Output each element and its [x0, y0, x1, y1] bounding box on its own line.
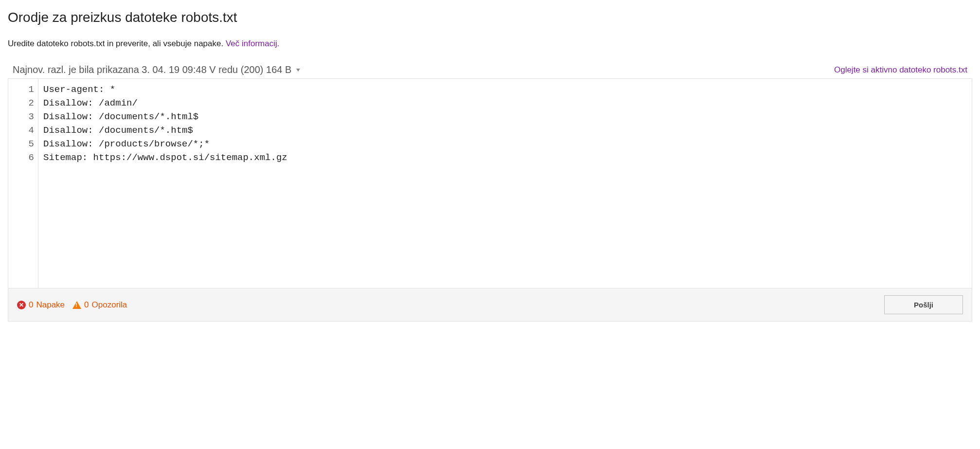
line-number: 3	[8, 110, 34, 124]
code-editor[interactable]: 123456 User-agent: *Disallow: /admin/Dis…	[8, 79, 972, 288]
validation-status: ✕ 0 Napake 0 Opozorila	[17, 300, 127, 310]
line-number-gutter: 123456	[8, 79, 38, 288]
editor-footer: ✕ 0 Napake 0 Opozorila Pošlji	[8, 288, 972, 322]
line-number: 6	[8, 151, 34, 164]
chevron-down-icon	[296, 69, 300, 72]
warnings-label: Opozorila	[92, 300, 127, 310]
editor-container: 123456 User-agent: *Disallow: /admin/Dis…	[8, 78, 972, 288]
errors-count: 0	[29, 300, 33, 310]
errors-label: Napake	[36, 300, 65, 310]
warning-icon	[72, 301, 81, 309]
line-number: 1	[8, 83, 34, 96]
code-content[interactable]: User-agent: *Disallow: /admin/Disallow: …	[38, 79, 972, 288]
line-number: 4	[8, 124, 34, 137]
version-dropdown[interactable]: Najnov. razl. je bila prikazana 3. 04. 1…	[13, 64, 300, 75]
more-info-link[interactable]: Več informacij.	[226, 39, 280, 48]
code-line[interactable]: Disallow: /documents/*.html$	[43, 110, 967, 124]
status-bar: Najnov. razl. je bila prikazana 3. 04. 1…	[8, 64, 972, 78]
view-live-robots-link[interactable]: Oglejte si aktivno datoteko robots.txt	[834, 65, 967, 75]
line-number: 5	[8, 137, 34, 151]
version-status-text: Najnov. razl. je bila prikazana 3. 04. 1…	[13, 64, 291, 75]
description-text: Uredite datoteko robots.txt in preverite…	[8, 39, 226, 48]
code-line[interactable]: Disallow: /products/browse/*;*	[43, 137, 967, 151]
code-line[interactable]: Sitemap: https://www.dspot.si/sitemap.xm…	[43, 151, 967, 164]
warnings-count: 0	[84, 300, 89, 310]
code-line[interactable]: Disallow: /admin/	[43, 96, 967, 110]
submit-button[interactable]: Pošlji	[884, 295, 963, 314]
code-line[interactable]: Disallow: /documents/*.htm$	[43, 124, 967, 137]
page-title: Orodje za preizkus datoteke robots.txt	[8, 10, 972, 25]
page-description: Uredite datoteko robots.txt in preverite…	[8, 39, 972, 49]
error-icon: ✕	[17, 301, 26, 309]
line-number: 2	[8, 96, 34, 110]
code-line[interactable]: User-agent: *	[43, 83, 967, 96]
